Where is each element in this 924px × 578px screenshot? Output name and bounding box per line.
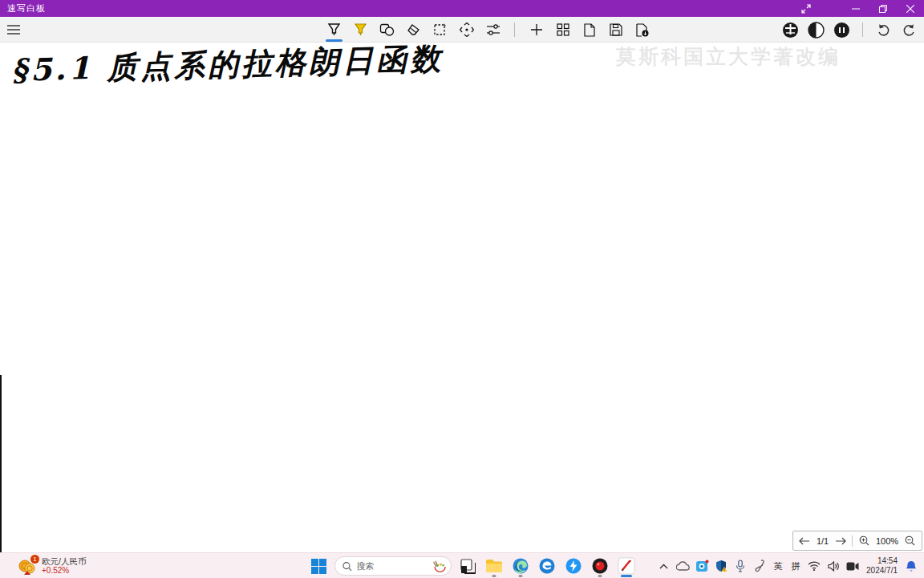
system-tray: 英 拼 14:54 2024/7/1 <box>655 553 919 578</box>
window-title: 速写白板 <box>0 2 46 14</box>
next-page-button[interactable] <box>833 533 849 549</box>
search-highlight-icon <box>431 559 448 573</box>
pause-icon[interactable] <box>832 19 852 40</box>
currency-widget-icon: 1 <box>18 556 37 576</box>
onedrive-icon[interactable] <box>675 556 691 576</box>
adjust-tool-icon[interactable] <box>483 19 503 40</box>
zoom-in-button[interactable] <box>856 533 872 549</box>
start-button[interactable] <box>308 556 329 576</box>
ime-pinyin-indicator[interactable]: 拼 <box>788 560 803 572</box>
trend-up-icon <box>24 571 30 575</box>
contrast-toggle-icon[interactable] <box>806 19 826 40</box>
new-page-icon[interactable] <box>579 19 599 40</box>
running-indicator <box>492 575 496 577</box>
undo-icon[interactable] <box>873 19 894 40</box>
video-camera-icon[interactable] <box>845 556 861 576</box>
handwritten-title: §5.1 质点系的拉格朗日函数 <box>10 38 460 92</box>
close-button[interactable] <box>897 0 924 17</box>
search-input[interactable] <box>357 561 426 571</box>
page-indicator: 1/1 <box>817 536 829 546</box>
lightning-app-button[interactable] <box>563 556 584 576</box>
titlebar: 速写白板 <box>0 0 924 17</box>
wifi-icon[interactable] <box>806 556 822 576</box>
zoom-level: 100% <box>876 536 898 546</box>
taskbar-search[interactable] <box>334 556 452 576</box>
whiteboard-app-button[interactable] <box>616 556 637 576</box>
left-edge-stroke <box>0 375 2 552</box>
menu-icon[interactable] <box>0 17 27 42</box>
toolbar-right-group <box>780 17 919 43</box>
select-tool-icon[interactable] <box>430 19 450 40</box>
e-browser-button[interactable] <box>537 556 557 576</box>
toolbar-divider <box>514 22 515 37</box>
speaker-icon[interactable] <box>825 556 841 576</box>
clock[interactable]: 14:54 2024/7/1 <box>866 556 898 576</box>
file-explorer-button[interactable] <box>484 556 505 576</box>
taskbar-center <box>308 553 637 578</box>
eraser-tool-icon[interactable] <box>403 19 424 40</box>
running-indicator <box>598 575 602 577</box>
export-icon[interactable] <box>632 19 652 40</box>
ime-english-indicator[interactable]: 英 <box>771 560 785 572</box>
currency-pair-label: 欧元/人民币 <box>42 556 86 566</box>
widgets-button[interactable]: 1 欧元/人民币 +0.52% <box>18 553 86 578</box>
running-indicator <box>519 575 523 577</box>
toolbar-divider <box>862 22 863 37</box>
globe-toggle-icon[interactable] <box>780 19 800 40</box>
page-navigation: 1/1 100% <box>792 531 922 551</box>
tool-group <box>324 17 652 43</box>
currency-change-value: +0.52% <box>42 566 86 576</box>
prev-page-button[interactable] <box>796 533 813 549</box>
page-nav-divider <box>852 535 853 547</box>
notification-bell-icon[interactable] <box>903 556 919 576</box>
pen-tool-icon[interactable] <box>324 19 344 40</box>
whiteboard-canvas[interactable]: §5.1 质点系的拉格朗日函数 1/1 100% <box>0 43 924 552</box>
minimize-button[interactable] <box>842 0 869 17</box>
board-grid-icon[interactable] <box>553 19 573 40</box>
restore-button[interactable] <box>869 0 897 17</box>
stylus-icon[interactable] <box>752 556 768 576</box>
task-view-button[interactable] <box>457 556 478 576</box>
screen-recorder-button[interactable] <box>590 556 610 576</box>
redo-icon[interactable] <box>899 19 919 40</box>
taskbar: 1 欧元/人民币 +0.52% <box>0 552 924 578</box>
zoom-out-button[interactable] <box>902 533 918 549</box>
hidden-icons-chevron[interactable] <box>655 556 671 576</box>
search-icon <box>342 561 352 572</box>
active-indicator <box>621 575 632 577</box>
edge-button[interactable] <box>510 556 531 576</box>
microphone-icon[interactable] <box>732 556 748 576</box>
toolbar: 莫斯科国立大学著改编 <box>0 17 924 43</box>
save-icon[interactable] <box>606 19 626 40</box>
date-label: 2024/7/1 <box>866 566 898 576</box>
highlighter-tool-icon[interactable] <box>351 19 371 40</box>
widget-badge: 1 <box>30 555 39 564</box>
capture-app-icon[interactable] <box>694 556 710 576</box>
time-label: 14:54 <box>877 556 898 566</box>
security-shield-icon[interactable] <box>713 556 729 576</box>
shapes-tool-icon[interactable] <box>377 19 397 40</box>
fullscreen-icon[interactable] <box>792 0 820 17</box>
add-icon[interactable] <box>526 19 546 40</box>
move-tool-icon[interactable] <box>456 19 476 40</box>
